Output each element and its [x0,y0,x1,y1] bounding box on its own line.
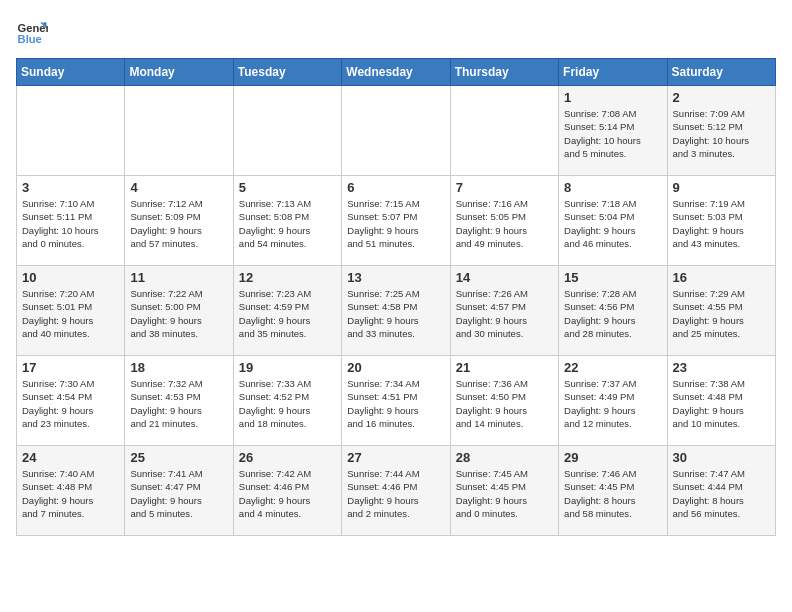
day-cell: 27Sunrise: 7:44 AM Sunset: 4:46 PM Dayli… [342,446,450,536]
day-cell: 23Sunrise: 7:38 AM Sunset: 4:48 PM Dayli… [667,356,775,446]
day-number: 20 [347,360,444,375]
day-info: Sunrise: 7:29 AM Sunset: 4:55 PM Dayligh… [673,287,770,340]
day-info: Sunrise: 7:22 AM Sunset: 5:00 PM Dayligh… [130,287,227,340]
day-cell: 5Sunrise: 7:13 AM Sunset: 5:08 PM Daylig… [233,176,341,266]
day-info: Sunrise: 7:15 AM Sunset: 5:07 PM Dayligh… [347,197,444,250]
day-info: Sunrise: 7:18 AM Sunset: 5:04 PM Dayligh… [564,197,661,250]
day-info: Sunrise: 7:10 AM Sunset: 5:11 PM Dayligh… [22,197,119,250]
day-number: 14 [456,270,553,285]
day-number: 24 [22,450,119,465]
day-cell: 4Sunrise: 7:12 AM Sunset: 5:09 PM Daylig… [125,176,233,266]
day-cell: 7Sunrise: 7:16 AM Sunset: 5:05 PM Daylig… [450,176,558,266]
day-info: Sunrise: 7:12 AM Sunset: 5:09 PM Dayligh… [130,197,227,250]
day-cell: 28Sunrise: 7:45 AM Sunset: 4:45 PM Dayli… [450,446,558,536]
day-info: Sunrise: 7:46 AM Sunset: 4:45 PM Dayligh… [564,467,661,520]
day-info: Sunrise: 7:37 AM Sunset: 4:49 PM Dayligh… [564,377,661,430]
day-number: 3 [22,180,119,195]
day-cell: 20Sunrise: 7:34 AM Sunset: 4:51 PM Dayli… [342,356,450,446]
day-cell: 16Sunrise: 7:29 AM Sunset: 4:55 PM Dayli… [667,266,775,356]
day-cell: 30Sunrise: 7:47 AM Sunset: 4:44 PM Dayli… [667,446,775,536]
day-number: 6 [347,180,444,195]
day-number: 1 [564,90,661,105]
day-cell: 2Sunrise: 7:09 AM Sunset: 5:12 PM Daylig… [667,86,775,176]
day-cell [342,86,450,176]
day-cell: 8Sunrise: 7:18 AM Sunset: 5:04 PM Daylig… [559,176,667,266]
day-cell: 24Sunrise: 7:40 AM Sunset: 4:48 PM Dayli… [17,446,125,536]
day-cell: 12Sunrise: 7:23 AM Sunset: 4:59 PM Dayli… [233,266,341,356]
svg-text:Blue: Blue [18,33,42,45]
day-number: 23 [673,360,770,375]
col-header-thursday: Thursday [450,59,558,86]
day-info: Sunrise: 7:38 AM Sunset: 4:48 PM Dayligh… [673,377,770,430]
day-info: Sunrise: 7:47 AM Sunset: 4:44 PM Dayligh… [673,467,770,520]
day-cell: 1Sunrise: 7:08 AM Sunset: 5:14 PM Daylig… [559,86,667,176]
day-info: Sunrise: 7:19 AM Sunset: 5:03 PM Dayligh… [673,197,770,250]
day-info: Sunrise: 7:34 AM Sunset: 4:51 PM Dayligh… [347,377,444,430]
day-number: 26 [239,450,336,465]
day-info: Sunrise: 7:09 AM Sunset: 5:12 PM Dayligh… [673,107,770,160]
day-info: Sunrise: 7:30 AM Sunset: 4:54 PM Dayligh… [22,377,119,430]
day-cell [450,86,558,176]
week-row-1: 1Sunrise: 7:08 AM Sunset: 5:14 PM Daylig… [17,86,776,176]
col-header-friday: Friday [559,59,667,86]
day-number: 12 [239,270,336,285]
day-number: 19 [239,360,336,375]
col-header-sunday: Sunday [17,59,125,86]
day-number: 9 [673,180,770,195]
day-info: Sunrise: 7:41 AM Sunset: 4:47 PM Dayligh… [130,467,227,520]
day-cell: 3Sunrise: 7:10 AM Sunset: 5:11 PM Daylig… [17,176,125,266]
col-header-tuesday: Tuesday [233,59,341,86]
day-info: Sunrise: 7:28 AM Sunset: 4:56 PM Dayligh… [564,287,661,340]
page-header: General Blue [16,16,776,48]
day-info: Sunrise: 7:20 AM Sunset: 5:01 PM Dayligh… [22,287,119,340]
day-cell: 19Sunrise: 7:33 AM Sunset: 4:52 PM Dayli… [233,356,341,446]
day-number: 17 [22,360,119,375]
day-cell: 17Sunrise: 7:30 AM Sunset: 4:54 PM Dayli… [17,356,125,446]
day-cell: 29Sunrise: 7:46 AM Sunset: 4:45 PM Dayli… [559,446,667,536]
calendar-body: 1Sunrise: 7:08 AM Sunset: 5:14 PM Daylig… [17,86,776,536]
day-number: 7 [456,180,553,195]
day-cell: 6Sunrise: 7:15 AM Sunset: 5:07 PM Daylig… [342,176,450,266]
day-number: 15 [564,270,661,285]
day-info: Sunrise: 7:44 AM Sunset: 4:46 PM Dayligh… [347,467,444,520]
day-number: 21 [456,360,553,375]
logo: General Blue [16,16,52,48]
day-cell: 14Sunrise: 7:26 AM Sunset: 4:57 PM Dayli… [450,266,558,356]
day-cell: 22Sunrise: 7:37 AM Sunset: 4:49 PM Dayli… [559,356,667,446]
week-row-4: 17Sunrise: 7:30 AM Sunset: 4:54 PM Dayli… [17,356,776,446]
day-number: 25 [130,450,227,465]
day-number: 30 [673,450,770,465]
day-number: 2 [673,90,770,105]
day-info: Sunrise: 7:23 AM Sunset: 4:59 PM Dayligh… [239,287,336,340]
day-number: 16 [673,270,770,285]
week-row-5: 24Sunrise: 7:40 AM Sunset: 4:48 PM Dayli… [17,446,776,536]
day-number: 27 [347,450,444,465]
day-number: 5 [239,180,336,195]
day-info: Sunrise: 7:16 AM Sunset: 5:05 PM Dayligh… [456,197,553,250]
col-header-monday: Monday [125,59,233,86]
day-number: 28 [456,450,553,465]
day-cell: 15Sunrise: 7:28 AM Sunset: 4:56 PM Dayli… [559,266,667,356]
day-number: 4 [130,180,227,195]
day-info: Sunrise: 7:36 AM Sunset: 4:50 PM Dayligh… [456,377,553,430]
day-cell [125,86,233,176]
day-cell: 11Sunrise: 7:22 AM Sunset: 5:00 PM Dayli… [125,266,233,356]
day-info: Sunrise: 7:32 AM Sunset: 4:53 PM Dayligh… [130,377,227,430]
day-info: Sunrise: 7:13 AM Sunset: 5:08 PM Dayligh… [239,197,336,250]
day-info: Sunrise: 7:08 AM Sunset: 5:14 PM Dayligh… [564,107,661,160]
day-cell [233,86,341,176]
logo-icon: General Blue [16,16,48,48]
day-cell: 13Sunrise: 7:25 AM Sunset: 4:58 PM Dayli… [342,266,450,356]
day-number: 22 [564,360,661,375]
day-cell: 25Sunrise: 7:41 AM Sunset: 4:47 PM Dayli… [125,446,233,536]
calendar-table: SundayMondayTuesdayWednesdayThursdayFrid… [16,58,776,536]
week-row-3: 10Sunrise: 7:20 AM Sunset: 5:01 PM Dayli… [17,266,776,356]
day-number: 18 [130,360,227,375]
day-number: 8 [564,180,661,195]
day-number: 13 [347,270,444,285]
day-cell: 9Sunrise: 7:19 AM Sunset: 5:03 PM Daylig… [667,176,775,266]
day-info: Sunrise: 7:40 AM Sunset: 4:48 PM Dayligh… [22,467,119,520]
day-cell: 21Sunrise: 7:36 AM Sunset: 4:50 PM Dayli… [450,356,558,446]
day-number: 10 [22,270,119,285]
day-cell: 10Sunrise: 7:20 AM Sunset: 5:01 PM Dayli… [17,266,125,356]
